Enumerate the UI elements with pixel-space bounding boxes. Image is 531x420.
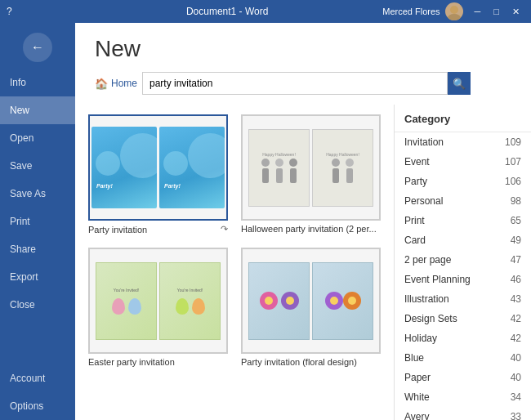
- template-thumb-party: Party! Party!: [88, 114, 228, 221]
- content-area: New 🏠 Home 🔍: [75, 23, 531, 420]
- template-label-easter: Easter party invitation: [88, 357, 228, 367]
- back-button[interactable]: ←: [23, 33, 52, 62]
- download-icon: ↷: [221, 224, 228, 235]
- category-count: 47: [511, 254, 521, 266]
- category-count: 34: [511, 391, 521, 403]
- category-name: Event Planning: [404, 274, 471, 285]
- results-area: Party! Party! Party invitation ↷: [75, 105, 531, 420]
- home-icon: 🏠: [95, 78, 108, 90]
- category-count: 33: [511, 411, 521, 420]
- category-list: Invitation109Event107Party106Personal98P…: [395, 132, 531, 420]
- category-count: 98: [511, 195, 521, 207]
- mini-floral-card-1: [248, 262, 310, 340]
- title-bar: ? Document1 - Word Merced Flores ─ □ ✕: [0, 0, 531, 23]
- close-button[interactable]: ✕: [507, 5, 524, 19]
- category-count: 42: [511, 333, 521, 344]
- sidebar-item-open[interactable]: Open: [0, 124, 75, 152]
- template-thumb-floral: [241, 248, 381, 354]
- search-bar: 🏠 Home 🔍: [95, 72, 471, 95]
- category-name: Party: [404, 176, 427, 187]
- category-name: Invitation: [404, 136, 444, 148]
- category-name: Personal: [404, 195, 443, 207]
- page-title: New: [95, 36, 511, 62]
- search-icon: 🔍: [453, 78, 466, 90]
- template-card-easter[interactable]: You're Invited! You're Invited!: [88, 248, 228, 367]
- sidebar-item-save-as[interactable]: Save As: [0, 180, 75, 208]
- category-count: 46: [511, 274, 521, 285]
- category-count: 40: [511, 352, 521, 364]
- category-count: 40: [511, 372, 521, 383]
- search-input[interactable]: [142, 72, 448, 95]
- category-item-blue[interactable]: Blue40: [395, 348, 531, 368]
- username: Merced Flores: [382, 7, 440, 16]
- search-button[interactable]: 🔍: [448, 72, 471, 95]
- category-item-print[interactable]: Print65: [395, 211, 531, 230]
- category-count: 49: [511, 235, 521, 246]
- category-item-design-sets[interactable]: Design Sets42: [395, 309, 531, 328]
- category-item-card[interactable]: Card49: [395, 230, 531, 250]
- sidebar-item-share[interactable]: Share: [0, 235, 75, 263]
- avatar: [445, 2, 463, 20]
- mini-halloween-card-1: Happy Halloween!: [248, 129, 310, 207]
- category-item-2-per-page[interactable]: 2 per page47: [395, 250, 531, 270]
- sidebar-item-close[interactable]: Close: [0, 291, 75, 319]
- category-item-invitation[interactable]: Invitation109: [395, 132, 531, 152]
- category-item-personal[interactable]: Personal98: [395, 191, 531, 211]
- category-name: Card: [404, 235, 426, 246]
- category-name: White: [404, 391, 430, 403]
- category-item-party[interactable]: Party106: [395, 172, 531, 191]
- category-count: 43: [511, 293, 521, 305]
- category-count: 42: [511, 313, 521, 324]
- category-name: Print: [404, 215, 425, 226]
- category-scroll[interactable]: Invitation109Event107Party106Personal98P…: [395, 132, 531, 420]
- mini-easter-card-2: You're Invited!: [159, 262, 221, 340]
- category-item-paper[interactable]: Paper40: [395, 368, 531, 387]
- category-item-illustration[interactable]: Illustration43: [395, 289, 531, 309]
- category-name: Event: [404, 156, 430, 168]
- sidebar-item-export[interactable]: Export: [0, 263, 75, 291]
- mini-party-card-1: Party!: [91, 127, 157, 208]
- sidebar-item-save[interactable]: Save: [0, 152, 75, 180]
- category-panel: Category Invitation109Event107Party106Pe…: [394, 105, 531, 420]
- template-label-halloween: Halloween party invitation (2 per...: [241, 224, 381, 234]
- window-title: Document1 - Word: [72, 6, 382, 17]
- mini-floral-card-2: [312, 262, 373, 340]
- window-controls[interactable]: ─ □ ✕: [470, 5, 524, 19]
- category-item-avery[interactable]: Avery33: [395, 407, 531, 420]
- template-card-party[interactable]: Party! Party! Party invitation ↷: [88, 114, 228, 235]
- template-thumb-easter: You're Invited! You're Invited!: [88, 248, 228, 354]
- minimize-button[interactable]: ─: [470, 5, 486, 18]
- category-name: 2 per page: [404, 254, 451, 266]
- template-grid: Party! Party! Party invitation ↷: [75, 105, 394, 420]
- template-card-halloween[interactable]: Happy Halloween!: [241, 114, 381, 235]
- sidebar-item-info[interactable]: Info: [0, 69, 75, 96]
- category-count: 65: [511, 215, 521, 226]
- sidebar-item-new[interactable]: New: [0, 96, 75, 124]
- category-item-event[interactable]: Event107: [395, 152, 531, 172]
- sidebar-item-print[interactable]: Print: [0, 208, 75, 235]
- template-label-floral: Party invitation (floral design): [241, 357, 381, 367]
- category-count: 107: [505, 156, 521, 168]
- mini-easter-card-1: You're Invited!: [96, 262, 157, 340]
- svg-point-1: [448, 14, 461, 20]
- help-button[interactable]: ?: [7, 6, 12, 17]
- sidebar-item-account[interactable]: Account: [0, 364, 75, 392]
- sidebar-item-options[interactable]: Options: [0, 392, 75, 420]
- category-count: 106: [505, 176, 521, 187]
- category-item-holiday[interactable]: Holiday42: [395, 328, 531, 348]
- category-name: Paper: [404, 372, 431, 383]
- category-item-white[interactable]: White34: [395, 387, 531, 407]
- content-header: New 🏠 Home 🔍: [75, 23, 531, 105]
- mini-party-card-2: Party!: [159, 127, 225, 208]
- template-card-floral[interactable]: Party invitation (floral design): [241, 248, 381, 367]
- category-name: Design Sets: [404, 313, 457, 324]
- category-count: 109: [505, 136, 521, 148]
- home-breadcrumb[interactable]: 🏠 Home: [95, 78, 137, 90]
- template-thumb-halloween: Happy Halloween!: [241, 114, 381, 221]
- category-name: Illustration: [404, 293, 449, 305]
- mini-halloween-card-2: Happy Halloween!: [312, 129, 373, 207]
- restore-button[interactable]: □: [489, 5, 504, 18]
- category-header: Category: [395, 105, 531, 132]
- category-item-event-planning[interactable]: Event Planning46: [395, 270, 531, 289]
- category-name: Blue: [404, 352, 424, 364]
